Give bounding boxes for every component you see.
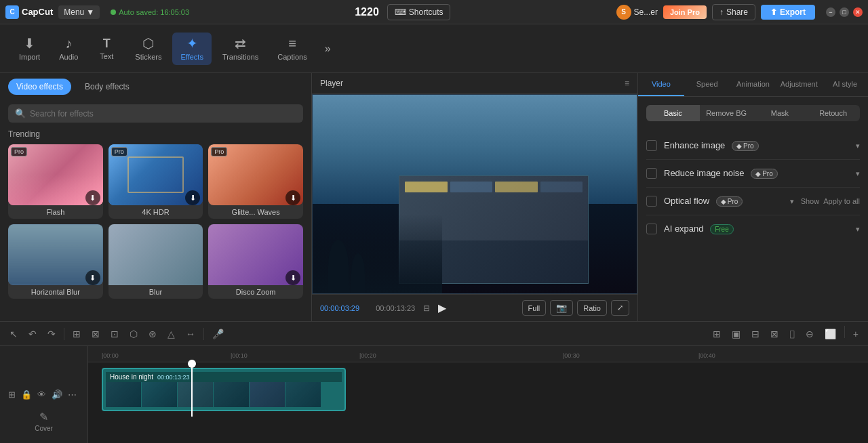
effect-card-hblur[interactable]: ⬇ Horizontal Blur xyxy=(8,224,103,299)
tab-animation[interactable]: Animation xyxy=(730,73,776,96)
trim-button[interactable]: ⊠ xyxy=(87,326,104,342)
optical-flow-chevron-icon[interactable]: ▾ xyxy=(790,197,794,206)
tab-video[interactable]: Video xyxy=(638,73,684,96)
tl-tool-3[interactable]: ⊟ xyxy=(747,326,764,342)
toolbar-item-audio[interactable]: ♪ Audio xyxy=(51,33,86,65)
user-button[interactable]: S Se...er xyxy=(616,5,658,20)
close-button[interactable]: ✕ xyxy=(853,7,863,17)
download-disco-button[interactable]: ⬇ xyxy=(285,270,300,285)
tab-ai-style[interactable]: AI style xyxy=(822,73,868,96)
sub-tab-mask[interactable]: Mask xyxy=(753,105,807,121)
logo-icon: C xyxy=(5,5,19,19)
tab-adjustment[interactable]: Adjustment xyxy=(776,73,822,96)
apply-all-button[interactable]: Apply to all xyxy=(823,197,860,205)
toolbar-item-effects[interactable]: ✦ Effects xyxy=(172,33,211,65)
toolbar-item-import[interactable]: ⬇ Import xyxy=(11,33,48,65)
tl-tool-4[interactable]: ⊠ xyxy=(766,326,783,342)
audio-track-icon[interactable]: 🔊 xyxy=(52,389,62,400)
timeline-toolbar: ↖ ↶ ↷ ⊞ ⊠ ⊡ ⬡ ⊛ △ ↔ 🎤 ⊞ ▣ ⊟ ⊠ ⌷ ⊖ ⬜ + xyxy=(0,322,868,346)
timeline-body: ⊞ 🔒 👁 🔊 ⋯ ✎ Cover |00:00 |00:10 |00:20 |… xyxy=(0,346,868,443)
tl-tool-1[interactable]: ⊞ xyxy=(709,326,725,342)
audio-icon: ♪ xyxy=(65,37,72,50)
timeline-track-area: House in night 00:00:13:23 xyxy=(88,362,868,417)
reduce-noise-chevron-icon[interactable]: ▾ xyxy=(856,169,860,178)
speed-tool-button[interactable]: ↔ xyxy=(182,326,199,342)
effect-card-flash[interactable]: Pro ⬇ Flash xyxy=(8,144,103,219)
visibility-icon[interactable]: 👁 xyxy=(37,389,46,400)
autosave-indicator: Auto saved: 16:05:03 xyxy=(111,8,189,16)
select-tool-button[interactable]: ↖ xyxy=(5,326,22,342)
total-time: 00:00:13:23 xyxy=(376,304,415,312)
tl-tool-7[interactable]: ⬜ xyxy=(821,326,840,342)
cover-edit-icon: ✎ xyxy=(39,410,48,423)
tl-tool-5[interactable]: ⌷ xyxy=(785,326,799,342)
join-pro-button[interactable]: Join Pro xyxy=(663,5,707,19)
sub-tab-basic[interactable]: Basic xyxy=(646,105,700,121)
search-icon: 🔍 xyxy=(15,108,26,119)
ratio-button[interactable]: Ratio xyxy=(577,300,607,316)
effects-search-area: 🔍 xyxy=(0,100,311,127)
menu-button[interactable]: Menu ▼ xyxy=(58,5,100,19)
zoom-in-button[interactable]: + xyxy=(849,326,863,342)
player-area: Player ≡ xyxy=(312,73,637,321)
ai-expand-checkbox[interactable] xyxy=(646,224,657,234)
enhance-image-label: Enhance image ◆ Pro xyxy=(664,140,849,151)
cover-button[interactable]: ✎ Cover xyxy=(0,405,87,438)
redo-button[interactable]: ↷ xyxy=(43,326,60,342)
toolbar-item-captions[interactable]: ≡ Captions xyxy=(269,33,315,65)
adjust-button[interactable]: ⊛ xyxy=(144,326,161,342)
crop-button[interactable]: ⊡ xyxy=(106,326,123,342)
toolbar-more-button[interactable]: » xyxy=(321,39,335,59)
toolbar-item-text[interactable]: T Text xyxy=(89,33,124,64)
expand-button[interactable]: ⤢ xyxy=(611,300,629,316)
undo-button[interactable]: ↶ xyxy=(24,326,41,342)
play-button[interactable]: ▶ xyxy=(438,301,446,314)
tl-tool-2[interactable]: ▣ xyxy=(728,326,745,342)
body-effects-tab[interactable]: Body effects xyxy=(77,79,138,95)
playhead[interactable] xyxy=(191,362,193,417)
mask-tool-button[interactable]: ⬡ xyxy=(125,326,142,342)
add-track-icon[interactable]: ⊞ xyxy=(8,389,16,400)
player-menu-icon[interactable]: ≡ xyxy=(625,79,629,88)
player-title: Player xyxy=(320,79,343,88)
download-flash-button[interactable]: ⬇ xyxy=(85,190,100,205)
reduce-noise-checkbox[interactable] xyxy=(646,168,657,179)
minimize-button[interactable]: − xyxy=(826,7,835,17)
toolbar-item-stickers[interactable]: ⬡ Stickers xyxy=(127,33,170,65)
effect-card-glitter[interactable]: Pro ⬇ Glitte... Waves xyxy=(208,144,303,219)
freeze-button[interactable]: △ xyxy=(163,326,179,342)
search-input[interactable] xyxy=(30,109,296,119)
download-hblur-button[interactable]: ⬇ xyxy=(85,270,100,285)
sub-tabs: Basic Remove BG Mask Retouch xyxy=(646,105,860,121)
app-name: CapCut xyxy=(22,7,53,17)
tl-tool-6[interactable]: ⊖ xyxy=(802,326,818,342)
user-avatar: S xyxy=(616,5,631,20)
lock-icon[interactable]: 🔒 xyxy=(21,389,32,400)
screenshot-button[interactable]: 📷 xyxy=(550,300,573,316)
more-track-icon[interactable]: ⋯ xyxy=(68,389,77,400)
full-button[interactable]: Full xyxy=(522,300,547,316)
tab-speed[interactable]: Speed xyxy=(684,73,730,96)
effect-card-disco[interactable]: ⬇ Disco Zoom xyxy=(208,224,303,299)
split-button[interactable]: ⊞ xyxy=(68,326,85,342)
sub-tab-retouch[interactable]: Retouch xyxy=(806,105,860,121)
toolbar-item-transitions[interactable]: ⇄ Transitions xyxy=(214,33,267,65)
enhance-image-checkbox[interactable] xyxy=(646,140,657,151)
optical-flow-show-link[interactable]: Show xyxy=(801,197,820,205)
share-button[interactable]: ↑ Share xyxy=(712,4,755,20)
sub-tab-removebg[interactable]: Remove BG xyxy=(700,105,753,121)
ai-expand-chevron-icon[interactable]: ▾ xyxy=(856,225,860,234)
optical-flow-checkbox[interactable] xyxy=(646,196,657,207)
right-tabs: Video Speed Animation Adjustment AI styl… xyxy=(638,73,868,97)
enhance-chevron-icon[interactable]: ▾ xyxy=(856,142,860,150)
video-effects-tab[interactable]: Video effects xyxy=(8,79,71,95)
effect-card-blur2[interactable]: Blur xyxy=(108,224,203,299)
mic-button[interactable]: 🎤 xyxy=(208,326,228,342)
restore-button[interactable]: □ xyxy=(840,7,849,17)
export-button[interactable]: ⬆ Export xyxy=(761,5,815,20)
blur2-label: Blur xyxy=(108,285,203,299)
video-clip[interactable]: House in night 00:00:13:23 xyxy=(102,368,346,411)
effect-card-4khdr[interactable]: Pro ⬇ 4K HDR xyxy=(108,144,203,219)
shortcuts-button[interactable]: ⌨ Shortcuts xyxy=(387,4,451,20)
download-glitter-button[interactable]: ⬇ xyxy=(285,190,300,205)
